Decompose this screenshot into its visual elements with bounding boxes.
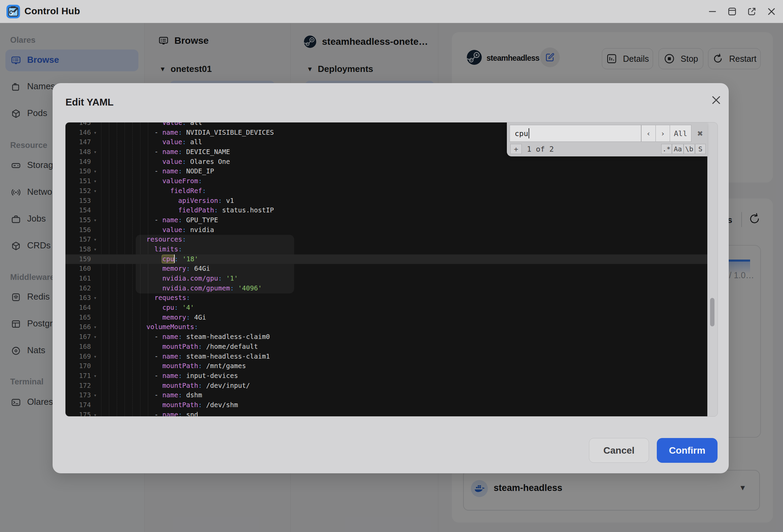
line-number: 162	[65, 284, 91, 293]
code-line[interactable]: 149 value: Olares One	[65, 157, 707, 167]
fold-arrow-icon[interactable]: ▾	[91, 147, 107, 157]
code-line[interactable]: 164 cpu: '4'	[65, 303, 707, 313]
code-line[interactable]: 156 value: nvidia	[65, 225, 707, 235]
line-number: 173	[65, 391, 91, 400]
search-match-count: 1 of 2	[527, 145, 554, 153]
line-number: 157	[65, 235, 91, 245]
code-line[interactable]: 174 mountPath: /dev/shm	[65, 400, 707, 410]
search-input[interactable]: cpu	[510, 125, 641, 142]
scrollbar-thumb[interactable]	[710, 298, 714, 326]
line-number: 152	[65, 186, 91, 196]
fold-arrow-icon[interactable]: ▾	[91, 293, 107, 303]
line-number: 153	[65, 196, 91, 206]
line-number: 159	[65, 254, 91, 264]
line-number: 169	[65, 352, 91, 362]
search-panel: cpu ‹ › All ✖ + 1 of 2 .* Aa \b S	[507, 122, 707, 156]
code-line[interactable]: 168 mountPath: /home/default	[65, 342, 707, 352]
code-line[interactable]: 154 fieldPath: status.hostIP	[65, 206, 707, 215]
line-number: 168	[65, 342, 91, 352]
code-line[interactable]: 162 nvidia.com/gpumem: '4096'	[65, 284, 707, 293]
input-cursor	[529, 128, 530, 138]
line-number: 171	[65, 371, 91, 381]
cancel-button[interactable]: Cancel	[589, 438, 649, 463]
search-all-button[interactable]: All	[670, 125, 691, 142]
line-number: 145	[65, 122, 91, 128]
fold-arrow-icon[interactable]: ▾	[91, 235, 107, 245]
restore-window-icon[interactable]	[726, 6, 738, 17]
code-content: 145 value: all 146 ▾ - name: NVIDIA_VISI…	[65, 122, 707, 416]
search-add-button[interactable]: +	[510, 144, 522, 154]
fold-arrow-icon[interactable]: ▾	[91, 352, 107, 362]
line-number: 151	[65, 176, 91, 186]
fold-arrow-icon[interactable]: ▾	[91, 186, 107, 196]
search-prev-button[interactable]: ‹	[641, 125, 656, 142]
line-number: 175	[65, 410, 91, 416]
line-number: 165	[65, 313, 91, 323]
line-number: 172	[65, 381, 91, 391]
code-area[interactable]: 145 value: all 146 ▾ - name: NVIDIA_VISI…	[65, 122, 707, 416]
fold-arrow-icon[interactable]: ▾	[91, 371, 107, 381]
fold-arrow-icon[interactable]: ▾	[91, 332, 107, 342]
code-line[interactable]: 157 ▾ resources:	[65, 235, 707, 245]
yaml-editor: 145 value: all 146 ▾ - name: NVIDIA_VISI…	[65, 122, 718, 417]
code-line[interactable]: 165 memory: 4Gi	[65, 313, 707, 323]
code-line[interactable]: 172 mountPath: /dev/input/	[65, 381, 707, 391]
minimize-icon[interactable]	[707, 6, 718, 17]
fold-arrow-icon[interactable]: ▾	[91, 410, 107, 416]
editor-scrollbar[interactable]	[707, 122, 718, 416]
code-line[interactable]: 150 ▾ - name: NODE_IP	[65, 167, 707, 176]
line-number: 164	[65, 303, 91, 313]
code-line[interactable]: 166 ▾ volumeMounts:	[65, 322, 707, 332]
code-line[interactable]: 163 ▾ requests:	[65, 293, 707, 303]
code-line[interactable]: 171 ▾ - name: input-devices	[65, 371, 707, 381]
word-toggle[interactable]: \b	[684, 144, 695, 154]
code-line[interactable]: 159 cpu: '18'	[65, 254, 707, 264]
fold-arrow-icon[interactable]: ▾	[91, 391, 107, 400]
code-line[interactable]: 169 ▾ - name: steam-headless-claim1	[65, 352, 707, 362]
fold-arrow-icon[interactable]: ▾	[91, 128, 107, 138]
line-number: 167	[65, 332, 91, 342]
code-line[interactable]: 155 ▾ - name: GPU_TYPE	[65, 215, 707, 225]
line-number: 149	[65, 157, 91, 167]
code-line[interactable]: 152 ▾ fieldRef:	[65, 186, 707, 196]
search-query: cpu	[515, 129, 528, 138]
code-line[interactable]: 153 apiVersion: v1	[65, 196, 707, 206]
line-number: 147	[65, 137, 91, 147]
open-external-icon[interactable]	[746, 6, 758, 17]
case-toggle[interactable]: Aa	[672, 144, 684, 154]
code-line[interactable]: 175 ▾ - name: snd	[65, 410, 707, 416]
line-number: 158	[65, 245, 91, 254]
line-number: 150	[65, 167, 91, 176]
edit-yaml-dialog: Edit YAML 145 value: all 146 ▾ - name: N…	[53, 83, 729, 473]
code-line[interactable]: 170 mountPath: /mnt/games	[65, 361, 707, 371]
code-line[interactable]: 173 ▾ - name: dshm	[65, 391, 707, 400]
window-title: Control Hub	[24, 6, 80, 17]
line-number: 170	[65, 361, 91, 371]
line-number: 148	[65, 147, 91, 157]
regex-toggle[interactable]: .*	[661, 144, 672, 154]
fold-arrow-icon[interactable]: ▾	[91, 215, 107, 225]
dialog-close-icon[interactable]	[709, 93, 723, 107]
code-line[interactable]: 167 ▾ - name: steam-headless-claim0	[65, 332, 707, 342]
code-line[interactable]: 151 ▾ valueFrom:	[65, 176, 707, 186]
selection-toggle[interactable]: S	[695, 144, 706, 154]
code-line[interactable]: 158 ▾ limits:	[65, 245, 707, 254]
code-line[interactable]: 160 memory: 64Gi	[65, 264, 707, 274]
dialog-title: Edit YAML	[65, 97, 114, 108]
search-close-icon[interactable]: ✖	[693, 125, 708, 142]
close-window-icon[interactable]	[766, 6, 777, 17]
window-titlebar: Control Hub	[0, 0, 783, 23]
fold-arrow-icon[interactable]: ▾	[91, 176, 107, 186]
fold-arrow-icon[interactable]: ▾	[91, 245, 107, 254]
line-number: 166	[65, 322, 91, 332]
search-match: cpu	[162, 255, 174, 263]
line-number: 174	[65, 400, 91, 410]
confirm-button[interactable]: Confirm	[657, 438, 718, 463]
fold-arrow-icon[interactable]: ▾	[91, 322, 107, 332]
line-number: 146	[65, 128, 91, 138]
line-number: 161	[65, 274, 91, 284]
app-logo-icon	[6, 4, 20, 19]
fold-arrow-icon[interactable]: ▾	[91, 167, 107, 176]
code-line[interactable]: 161 nvidia.com/gpu: '1'	[65, 274, 707, 284]
search-next-button[interactable]: ›	[655, 125, 670, 142]
